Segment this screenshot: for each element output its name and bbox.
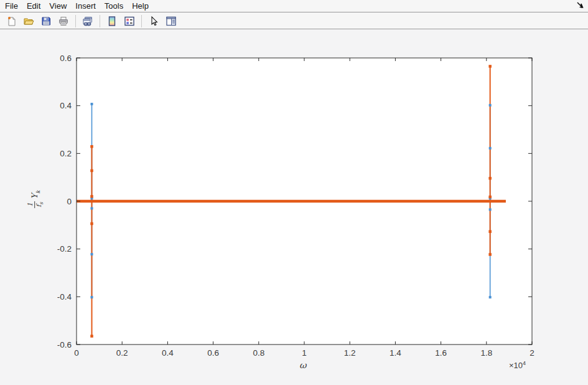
insert-legend-button[interactable]	[121, 13, 138, 29]
series-orange-marker	[488, 230, 492, 233]
x-axis-label: ω	[299, 360, 306, 370]
toolbar-separator	[75, 15, 76, 27]
x-tick-label: 1.2	[344, 348, 356, 358]
menu-help[interactable]: Help	[128, 0, 153, 12]
colorbar-icon	[106, 16, 118, 27]
series-orange-marker	[90, 145, 93, 148]
x-axis-multiplier: ×104	[509, 360, 526, 370]
y-tick-label: 0.4	[60, 101, 72, 110]
series-orange-marker	[90, 335, 93, 338]
new-figure-button[interactable]	[3, 13, 19, 29]
x-tick-label: 1.6	[435, 348, 447, 358]
series-blue-marker	[489, 296, 492, 298]
save-figure-button[interactable]	[38, 13, 54, 29]
print-icon	[58, 16, 69, 27]
insert-colorbar-button[interactable]	[104, 13, 120, 29]
series-orange-marker	[90, 169, 93, 173]
x-tick-label: 1	[302, 348, 307, 358]
y-tick-label: 0.2	[60, 149, 72, 158]
x-tick-label: 0.4	[162, 348, 174, 358]
menu-file[interactable]: File	[5, 0, 22, 12]
print-figure-button[interactable]	[55, 13, 72, 29]
panel-icon	[166, 16, 177, 27]
series-orange-marker	[488, 253, 492, 256]
select-mode-button[interactable]	[146, 13, 162, 29]
y-tick-label: -0.6	[57, 340, 72, 349]
y-label-symbol: Yk	[30, 191, 41, 199]
x-tick-label: 1.8	[480, 348, 492, 358]
x-tick-label: 2	[530, 348, 534, 358]
new-document-icon	[6, 16, 17, 27]
open-folder-icon	[23, 16, 34, 27]
menu-tools[interactable]: Tools	[100, 0, 128, 12]
y-tick-label: 0	[67, 197, 72, 206]
series-orange-marker	[488, 196, 492, 199]
x-tick-label: 0.6	[207, 348, 219, 358]
series-orange-marker	[488, 65, 492, 68]
y-tick-label: -0.2	[57, 244, 72, 254]
copy-figure-button[interactable]	[80, 13, 96, 29]
y-axis-label: 1 fs Yk	[27, 191, 44, 208]
menu-view[interactable]: View	[45, 0, 71, 12]
series-orange-marker	[90, 222, 93, 226]
y-label-fraction: 1 fs	[27, 201, 44, 208]
plot-axes[interactable]: 00.20.40.60.811.21.41.61.820.60.40.20-0.…	[0, 30, 588, 385]
x-tick-label: 0.2	[116, 348, 128, 358]
series-blue-marker	[489, 104, 492, 107]
series-blue-marker	[489, 208, 492, 211]
x-tick-label: 0	[74, 348, 79, 358]
figure-canvas: 00.20.40.60.811.21.41.61.820.60.40.20-0.…	[0, 30, 588, 385]
x-tick-label: 1.4	[390, 348, 401, 358]
y-tick-label: 0.6	[60, 54, 72, 63]
series-blue-marker	[489, 147, 492, 150]
series-blue-marker	[91, 103, 93, 105]
figure-window: File Edit View Insert Tools Help	[0, 0, 588, 385]
toggle-panel-button[interactable]	[163, 13, 179, 29]
menu-edit[interactable]: Edit	[22, 0, 45, 12]
menu-insert[interactable]: Insert	[71, 0, 100, 12]
open-figure-button[interactable]	[21, 13, 37, 29]
series-blue-marker	[91, 296, 93, 298]
series-orange-marker	[488, 177, 492, 180]
pointer-icon	[148, 16, 159, 27]
cursor-arrow-icon	[576, 0, 584, 10]
toolbar	[0, 13, 588, 29]
menubar: File Edit View Insert Tools Help	[0, 0, 588, 12]
y-tick-label: -0.4	[57, 292, 72, 302]
toolbar-separator	[100, 15, 100, 27]
linked-windows-icon	[82, 16, 93, 27]
legend-icon	[124, 16, 135, 27]
save-icon	[40, 16, 52, 27]
series-blue-marker	[91, 253, 93, 255]
series-orange-marker	[90, 195, 93, 198]
toolbar-separator	[141, 15, 142, 27]
x-tick-label: 0.8	[253, 348, 264, 358]
series-blue-marker	[91, 207, 93, 210]
